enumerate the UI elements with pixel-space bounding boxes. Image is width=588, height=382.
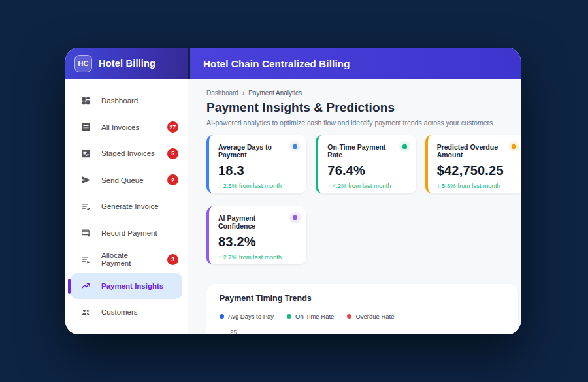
app-window: HC Hotel Billing Hotel Chain Centralized… xyxy=(65,48,521,334)
legend-item-overdue-rate: Overdue Rate xyxy=(347,313,394,320)
stat-card-label: AI Payment Confidence xyxy=(218,214,299,230)
sidebar-item-send-queue[interactable]: Send Queue 2 xyxy=(65,167,188,194)
app-header: HC Hotel Billing Hotel Chain Centralized… xyxy=(65,48,521,79)
stat-card-value: 18.3 xyxy=(218,163,299,178)
chart-legend: Avg Days to Pay On-Time Rate Overdue Rat… xyxy=(220,313,505,320)
sidebar-item-dashboard[interactable]: Dashboard xyxy=(65,88,188,114)
sidebar-item-label: Dashboard xyxy=(101,97,178,104)
main-content: Dashboard › Payment Analytics Payment In… xyxy=(188,79,521,334)
legend-dot-icon xyxy=(347,314,351,319)
stat-card-trend: ↑ 2.7% from last month xyxy=(218,253,299,261)
legend-item-avg-days: Avg Days to Pay xyxy=(220,313,274,320)
breadcrumb-dashboard[interactable]: Dashboard xyxy=(206,89,238,97)
stat-card-ontime-rate: On-Time Payment Rate 76.4% ↑ 4.2% from l… xyxy=(316,135,416,193)
sidebar-item-staged-invoices[interactable]: Staged Invoices 5 xyxy=(65,140,188,167)
app-name: Hotel Billing xyxy=(99,58,155,69)
card-accent-icon xyxy=(289,141,301,152)
card-accent-icon xyxy=(289,212,301,223)
breadcrumb-current: Payment Analytics xyxy=(248,89,302,97)
sidebar-item-record-payment[interactable]: Record Payment xyxy=(65,220,188,247)
chart-title: Payment Timing Trends xyxy=(220,294,505,303)
stat-card-trend: ↓ 2.5% from last month xyxy=(218,182,299,189)
stat-card-ai-confidence: AI Payment Confidence 83.2% ↑ 2.7% from … xyxy=(206,206,306,264)
y-axis-tick: 25 xyxy=(230,328,237,334)
customers-icon xyxy=(81,308,91,317)
all-invoices-badge: 27 xyxy=(167,121,178,133)
sidebar-header: HC Hotel Billing xyxy=(65,48,188,79)
trending-up-icon xyxy=(81,281,91,291)
breadcrumb: Dashboard › Payment Analytics xyxy=(206,89,521,97)
app-logo: HC xyxy=(74,55,92,72)
stat-card-trend: ↑ 4.2% from last month xyxy=(327,182,408,189)
legend-dot-icon xyxy=(220,314,224,319)
stat-card-predicted-overdue: Predicted Overdue Amount $42,750.25 ↓ 5.… xyxy=(425,135,521,193)
sidebar-item-all-invoices[interactable]: All Invoices 27 xyxy=(65,114,188,141)
sidebar-item-customers[interactable]: Customers xyxy=(65,299,188,326)
sidebar-nav: Dashboard All Invoices 27 Staged Invoice… xyxy=(65,79,188,334)
stat-cards-grid: Average Days to Payment 18.3 ↓ 2.5% from… xyxy=(206,135,521,264)
sidebar-item-label: Payment Insights xyxy=(101,282,173,290)
sidebar-item-label: Record Payment xyxy=(101,229,178,237)
page-title: Payment Insights & Predictions xyxy=(206,101,521,115)
stat-card-avg-days: Average Days to Payment 18.3 ↓ 2.5% from… xyxy=(206,135,306,193)
sidebar-item-label: Allocate Payment xyxy=(101,251,157,267)
stat-card-value: 76.4% xyxy=(327,163,408,178)
stat-card-trend: ↓ 5.8% from last month xyxy=(437,182,517,189)
stat-card-label: Average Days to Payment xyxy=(218,143,299,159)
stat-card-value: $42,750.25 xyxy=(437,163,517,178)
sidebar-item-label: All Invoices xyxy=(101,123,157,131)
stat-card-label: Predicted Overdue Amount xyxy=(437,143,517,159)
chart-axis-row: 25 xyxy=(220,328,505,334)
send-queue-badge: 2 xyxy=(167,174,178,185)
dashboard-icon xyxy=(81,96,91,106)
sidebar-item-label: Customers xyxy=(101,308,178,316)
sidebar-item-allocate-payment[interactable]: Allocate Payment 3 xyxy=(65,246,188,273)
card-accent-icon xyxy=(399,141,410,152)
send-icon xyxy=(81,175,91,185)
main-header: Hotel Chain Centralized Billing xyxy=(190,48,521,79)
sidebar-item-generate-invoice[interactable]: Generate Invoice xyxy=(65,193,188,220)
staged-invoices-icon xyxy=(81,149,91,159)
logo-text: HC xyxy=(78,59,89,67)
stat-card-label: On-Time Payment Rate xyxy=(327,143,408,159)
card-accent-icon xyxy=(508,141,519,152)
stat-card-value: 83.2% xyxy=(218,234,299,249)
generate-invoice-icon xyxy=(81,202,91,212)
chart-gridline xyxy=(242,332,505,332)
invoices-icon xyxy=(81,122,91,132)
main-header-title: Hotel Chain Centralized Billing xyxy=(203,58,350,69)
sidebar-item-label: Send Queue xyxy=(101,176,157,184)
legend-dot-icon xyxy=(287,314,291,319)
record-payment-icon xyxy=(81,228,91,238)
active-indicator-bar xyxy=(68,279,71,294)
page-subtitle: AI-powered analytics to optimize cash fl… xyxy=(206,119,521,127)
allocate-payment-icon xyxy=(81,255,91,264)
sidebar-item-payment-insights[interactable]: Payment Insights xyxy=(71,273,182,300)
sidebar-item-label: Generate Invoice xyxy=(101,202,178,210)
payment-timing-trends-card: Payment Timing Trends Avg Days to Pay On… xyxy=(206,284,518,334)
sidebar-item-label: Staged Invoices xyxy=(101,150,157,157)
staged-invoices-badge: 5 xyxy=(167,148,178,159)
legend-item-ontime-rate: On-Time Rate xyxy=(287,313,334,320)
breadcrumb-separator-icon: › xyxy=(242,89,244,97)
allocate-payment-badge: 3 xyxy=(167,254,178,265)
